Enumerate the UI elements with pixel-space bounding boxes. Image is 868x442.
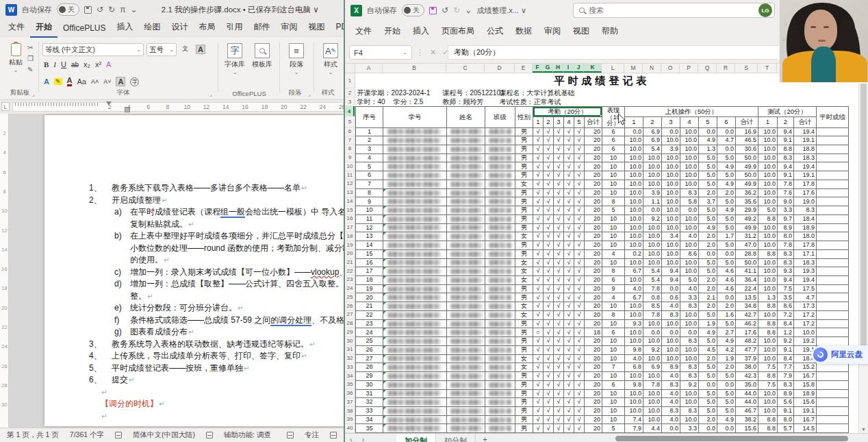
cell-attendance-total[interactable]: 20 xyxy=(585,258,602,267)
row-header-9[interactable]: 9 xyxy=(345,154,355,162)
italic-button[interactable]: I xyxy=(53,60,56,69)
cell-operation-score[interactable]: 0.2 xyxy=(625,249,643,258)
cell-attendance-mark[interactable]: √ xyxy=(544,267,554,276)
cell-operation-total[interactable]: 49.9 xyxy=(736,180,758,188)
cell-attendance-mark[interactable]: √ xyxy=(533,319,544,328)
cell-operation-score[interactable]: 8.3 xyxy=(662,310,680,319)
cell-attendance-mark[interactable]: √ xyxy=(574,223,585,232)
cell-attendance-mark[interactable]: √ xyxy=(574,249,585,258)
cell-attendance-mark[interactable]: √ xyxy=(574,136,585,145)
cell-attendance-mark[interactable]: √ xyxy=(554,389,564,398)
doc-line[interactable]: d)增加一列：总成绩【取整】——公式计算、四舍五入取整。教 xyxy=(114,278,344,291)
cell-operation-score[interactable]: 9.4 xyxy=(662,267,680,276)
row-header-3[interactable]: 3 xyxy=(345,97,355,106)
cell-operation-total[interactable]: 44.0 xyxy=(736,389,758,398)
cell-operation-score[interactable]: 8.3 xyxy=(662,380,680,389)
cell-test-total[interactable]: 16.7 xyxy=(794,372,817,381)
cell-final-score[interactable] xyxy=(817,363,849,372)
header-gender[interactable]: 性别 xyxy=(515,106,533,127)
cell-test2[interactable]: 9.1 xyxy=(778,345,794,354)
word-tab-PDF工具[interactable]: PDF工具 xyxy=(330,19,344,38)
cell-operation-total[interactable]: 42.7 xyxy=(736,310,758,319)
cell-test-total[interactable]: 17.6 xyxy=(794,188,817,197)
highlight-button[interactable]: ✎ xyxy=(54,78,62,85)
cell-operation-total[interactable]: 28.8 xyxy=(736,249,758,258)
cell-operation-score[interactable]: 6.8 xyxy=(625,363,643,372)
sheet-title[interactable]: 平时成绩登记表 xyxy=(356,73,849,88)
cell-operation-total[interactable]: 49.9 xyxy=(736,162,758,171)
doc-line[interactable]: 4、上传系统，导出成绩单分析表等、打印、签字、复印↵ xyxy=(89,350,307,363)
cell-student-id[interactable] xyxy=(383,206,447,215)
cell-attendance-mark[interactable]: √ xyxy=(564,398,574,407)
cell-attendance-total[interactable]: 20 xyxy=(585,214,602,223)
cell-operation-score[interactable]: 2.0 xyxy=(699,241,717,250)
cell-operation-score[interactable]: 7.4 xyxy=(625,415,643,424)
cell-attendance-mark[interactable]: √ xyxy=(564,363,574,372)
cell-class[interactable] xyxy=(485,197,515,206)
cell-gender[interactable]: 男 xyxy=(515,389,533,398)
row-header-16[interactable]: 16 xyxy=(345,214,355,223)
cell-student-name[interactable] xyxy=(447,180,485,188)
cell-attendance-mark[interactable]: √ xyxy=(554,302,564,311)
cell-class[interactable] xyxy=(485,154,515,162)
cell-operation-score[interactable]: 10.0 xyxy=(625,206,643,215)
cell-seq[interactable]: 29 xyxy=(356,372,383,381)
cell-seq[interactable]: 4 xyxy=(356,154,383,162)
column-header-N[interactable]: N xyxy=(643,64,661,73)
cell-student-name[interactable] xyxy=(447,171,485,180)
cell-test1[interactable]: 10.0 xyxy=(758,127,778,136)
cell-test2[interactable]: 3.3 xyxy=(778,206,794,215)
cell-attendance-mark[interactable]: √ xyxy=(564,293,574,302)
cell-student-name[interactable] xyxy=(447,145,485,154)
cell-seq[interactable]: 8 xyxy=(356,188,383,197)
cell-operation-score[interactable]: 3.3 xyxy=(680,293,699,302)
cell-gender[interactable]: 女 xyxy=(515,363,533,372)
cell-attendance-mark[interactable]: √ xyxy=(554,275,564,284)
cell-test1[interactable]: 10.0 xyxy=(758,389,778,398)
cell-operation-total[interactable]: 30.6 xyxy=(736,145,758,154)
cell-student-id[interactable] xyxy=(383,363,447,372)
cell-operation-score[interactable]: 2.0 xyxy=(699,275,717,284)
cell-student-name[interactable] xyxy=(447,284,485,293)
cell-operation-score[interactable]: 2.0 xyxy=(699,354,717,363)
cell-test2[interactable]: 8.0 xyxy=(778,232,794,241)
cell-attendance-total[interactable]: 20 xyxy=(585,407,602,416)
cell-class[interactable] xyxy=(485,127,515,136)
cell-test-total[interactable]: 16.7 xyxy=(794,415,817,424)
cell-operation-score[interactable]: 10.0 xyxy=(680,171,699,180)
word-tab-布局[interactable]: 布局 xyxy=(193,19,220,38)
fontlib-button[interactable]: 字 字体库 ⌄ xyxy=(222,43,248,75)
cell-test-total[interactable]: 19.0 xyxy=(794,197,817,206)
cell-operation-score[interactable]: 0.0 xyxy=(680,328,699,337)
column-header-J[interactable]: J xyxy=(574,64,584,73)
cell-attendance-mark[interactable]: √ xyxy=(564,310,574,319)
cell-operation-score[interactable]: 0.0 xyxy=(717,293,736,302)
cell-seq[interactable]: 28 xyxy=(356,363,383,372)
cell-seq[interactable]: 32 xyxy=(356,398,383,407)
cell-final-score[interactable] xyxy=(817,258,849,267)
cell-operation-score[interactable]: 10.0 xyxy=(643,354,662,363)
cell-attendance-mark[interactable]: √ xyxy=(574,180,585,188)
cell-seq[interactable]: 30 xyxy=(356,380,383,389)
cell-seq[interactable]: 34 xyxy=(356,415,383,424)
cell-test2[interactable]: 8.4 xyxy=(778,354,794,363)
cell-operation-score[interactable]: 9.4 xyxy=(662,275,680,284)
cell-gender[interactable]: 女 xyxy=(515,180,533,188)
cell-performance[interactable]: 10 xyxy=(602,372,625,381)
cell-attendance-mark[interactable]: √ xyxy=(533,407,544,416)
doc-line[interactable]: a)在平时成绩登记表（课程组一般会给出统一模板）中 导入名 xyxy=(114,206,344,219)
row-header-29[interactable]: 29 xyxy=(345,328,355,337)
cell-operation-score[interactable]: 10.0 xyxy=(643,258,662,267)
page-indicator[interactable]: 第 1 页，共 1 页 xyxy=(7,430,59,440)
cell-operation-score[interactable]: 5.0 xyxy=(699,310,717,319)
cell-operation-score[interactable]: 5.0 xyxy=(699,363,717,372)
cell-attendance-mark[interactable]: √ xyxy=(564,337,574,346)
column-header-G[interactable]: G xyxy=(543,64,553,73)
cell-attendance-mark[interactable]: √ xyxy=(533,154,544,162)
cell-operation-score[interactable]: 10.0 xyxy=(680,162,699,171)
cell-performance[interactable]: 10 xyxy=(602,214,625,223)
row-header-30[interactable]: 30 xyxy=(345,337,355,346)
cell-operation-score[interactable]: 4.9 xyxy=(699,136,717,145)
cell-operation-total[interactable]: 31.2 xyxy=(736,232,758,241)
cell-attendance-mark[interactable]: √ xyxy=(574,188,585,197)
